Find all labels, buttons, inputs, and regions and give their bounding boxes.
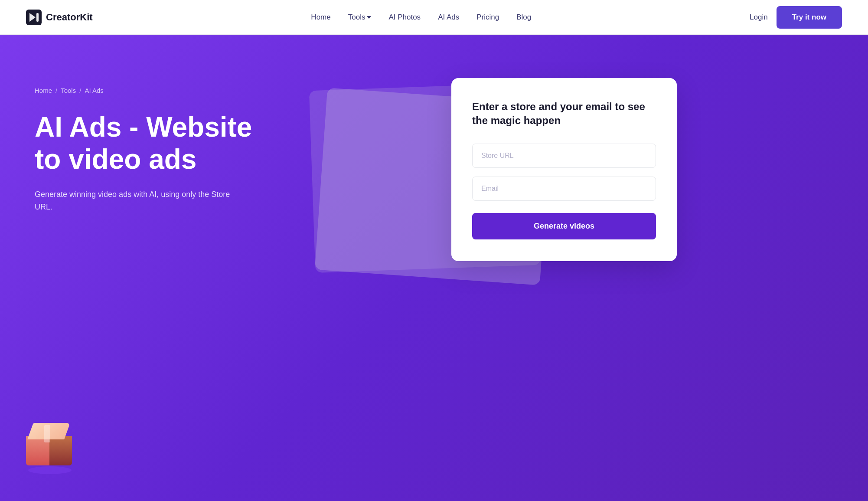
nav-item-home[interactable]: Home: [311, 13, 330, 22]
home-link[interactable]: Home: [311, 13, 330, 21]
store-url-input[interactable]: [472, 144, 656, 168]
breadcrumb-sep-1: /: [55, 87, 57, 94]
ai-photos-link[interactable]: AI Photos: [388, 13, 421, 21]
navbar: CreatorKit Home Tools AI Photos AI Ads P…: [0, 0, 868, 35]
svg-rect-2: [36, 13, 39, 22]
breadcrumb: Home / Tools / AI Ads: [35, 87, 295, 94]
login-link[interactable]: Login: [750, 13, 768, 22]
email-input[interactable]: [472, 177, 656, 201]
nav-item-ai-photos[interactable]: AI Photos: [388, 13, 421, 22]
navbar-actions: Login Try it now: [750, 6, 842, 29]
nav-links: Home Tools AI Photos AI Ads Pricing Blog: [311, 13, 531, 22]
nav-item-blog[interactable]: Blog: [516, 13, 531, 22]
box-base-shadow: [28, 466, 72, 474]
hero-title: AI Ads - Website to video ads: [35, 111, 260, 175]
box-right-face: [49, 436, 72, 465]
try-it-now-button[interactable]: Try it now: [777, 6, 842, 29]
form-card-title: Enter a store and your email to see the …: [472, 100, 656, 128]
pricing-link[interactable]: Pricing: [476, 13, 499, 21]
blog-link[interactable]: Blog: [516, 13, 531, 21]
form-card: Enter a store and your email to see the …: [451, 78, 677, 261]
email-group: [472, 177, 656, 201]
nav-item-ai-ads[interactable]: AI Ads: [438, 13, 459, 22]
breadcrumb-ai-ads: AI Ads: [85, 87, 103, 94]
store-url-group: [472, 144, 656, 168]
logo-link[interactable]: CreatorKit: [26, 10, 93, 25]
breadcrumb-sep-2: /: [79, 87, 81, 94]
logo-text: CreatorKit: [46, 12, 93, 23]
box-3d-decoration: [26, 423, 74, 471]
floating-box-icon: [26, 423, 78, 475]
nav-item-pricing[interactable]: Pricing: [476, 13, 499, 22]
hero-description: Generate winning video ads with AI, usin…: [35, 188, 243, 213]
creatorkit-logo-icon: [26, 10, 42, 25]
hero-form-area: Enter a store and your email to see the …: [295, 61, 833, 261]
nav-item-tools[interactable]: Tools: [348, 13, 372, 22]
tools-link[interactable]: Tools: [348, 13, 372, 22]
breadcrumb-tools[interactable]: Tools: [61, 87, 76, 94]
tools-dropdown-icon: [367, 16, 371, 19]
box-ribbon: [44, 425, 50, 442]
ai-ads-link[interactable]: AI Ads: [438, 13, 459, 21]
generate-videos-button[interactable]: Generate videos: [472, 213, 656, 239]
breadcrumb-home[interactable]: Home: [35, 87, 52, 94]
hero-content: Home / Tools / AI Ads AI Ads - Website t…: [35, 61, 295, 213]
hero-section: Home / Tools / AI Ads AI Ads - Website t…: [0, 35, 868, 501]
